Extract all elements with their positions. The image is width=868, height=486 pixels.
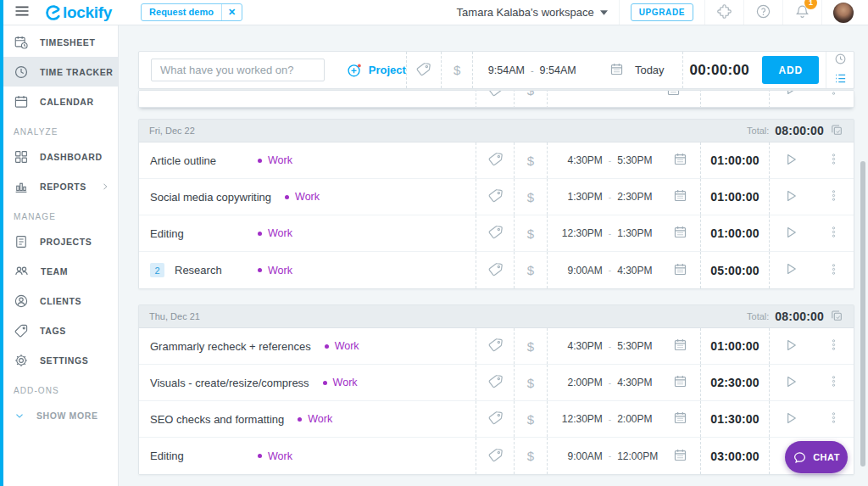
billable-button[interactable]: $ xyxy=(527,263,534,277)
help-button[interactable] xyxy=(755,3,771,22)
sidebar-item-dashboard[interactable]: DASHBOARD xyxy=(0,142,118,171)
billable-button[interactable]: $ xyxy=(453,63,460,77)
entry-end-time[interactable]: 12:00PM xyxy=(617,450,663,462)
clockify-logo[interactable]: lockify xyxy=(45,3,112,22)
tag-button[interactable] xyxy=(487,224,504,243)
entry-description[interactable]: Editing xyxy=(150,227,184,240)
entry-project[interactable]: Work xyxy=(298,413,332,425)
calendar-button[interactable] xyxy=(673,411,687,427)
calendar-button[interactable] xyxy=(609,62,624,79)
billable-button[interactable]: $ xyxy=(527,190,534,204)
entry-menu-button[interactable] xyxy=(827,375,840,390)
entry-project[interactable]: Work xyxy=(258,154,292,166)
entry-menu-button[interactable] xyxy=(827,189,840,204)
entry-duration[interactable]: 01:00:00 xyxy=(700,215,769,251)
entry-description[interactable]: Editing xyxy=(150,450,184,462)
entry-duration[interactable]: 01:00:00 xyxy=(700,328,769,364)
manual-mode-button[interactable] xyxy=(834,72,847,87)
entry-description[interactable]: SEO checks and formatting xyxy=(150,413,284,426)
entry-count-badge[interactable]: 2 xyxy=(150,263,164,277)
billable-button[interactable]: $ xyxy=(527,154,534,168)
entry-project[interactable]: Work xyxy=(258,265,292,277)
entry-end-time[interactable]: 4:30PM xyxy=(617,265,663,277)
sidebar-item-calendar[interactable]: CALENDAR xyxy=(0,87,118,116)
billable-button[interactable]: $ xyxy=(527,412,534,427)
tag-button[interactable] xyxy=(487,151,504,170)
add-time-button[interactable]: ADD xyxy=(762,56,819,84)
hamburger-menu-button[interactable] xyxy=(14,3,31,22)
entry-duration[interactable]: 05:00:00 xyxy=(700,252,769,288)
sidebar-item-tags[interactable]: TAGS xyxy=(0,316,118,345)
entry-end-time[interactable]: 2:00PM xyxy=(617,413,663,425)
tag-button[interactable] xyxy=(487,373,504,392)
continue-entry-button[interactable] xyxy=(783,90,798,99)
tag-button[interactable] xyxy=(487,261,504,280)
calendar-button[interactable] xyxy=(673,188,687,205)
entry-menu-button[interactable] xyxy=(827,338,840,354)
description-input[interactable] xyxy=(151,59,325,81)
entry-project[interactable]: Work xyxy=(325,340,359,352)
sidebar-item-timesheet[interactable]: TIMESHEET xyxy=(0,27,118,57)
upgrade-button[interactable]: UPGRADE xyxy=(631,3,693,21)
workspace-switcher[interactable]: Tamara Kalaba's workspace xyxy=(446,0,619,25)
sidebar-item-clients[interactable]: CLIENTS xyxy=(0,286,118,316)
sidebar-item-reports[interactable]: REPORTS xyxy=(0,171,118,201)
entry-duration[interactable]: 01:30:00 xyxy=(700,401,769,437)
entry-duration[interactable]: 02:30:00 xyxy=(700,365,769,400)
entry-description[interactable]: Visuals - create/resize/compress xyxy=(150,377,309,389)
entry-project[interactable]: Work xyxy=(258,227,292,239)
entry-start-time[interactable]: 12:30PM xyxy=(560,413,603,425)
entry-end-time[interactable]: 5:30PM xyxy=(617,340,663,352)
entry-start-time[interactable]: 9:00AM xyxy=(560,450,603,462)
continue-entry-button[interactable] xyxy=(783,188,798,206)
entry-start-time[interactable]: 4:30PM xyxy=(560,154,603,166)
avatar[interactable] xyxy=(833,3,854,23)
calendar-button[interactable] xyxy=(666,90,681,99)
entry-start-time[interactable]: 2:00PM xyxy=(560,377,603,388)
sidebar-item-team[interactable]: TEAM xyxy=(0,256,118,286)
entry-end-time[interactable]: 1:30PM xyxy=(617,227,663,239)
entry-duration[interactable]: 01:00:00 xyxy=(700,142,769,178)
entry-end-time[interactable]: 4:30PM xyxy=(617,377,663,388)
continue-entry-button[interactable] xyxy=(783,225,798,243)
entry-menu-button[interactable] xyxy=(827,90,840,98)
calendar-button[interactable] xyxy=(673,448,687,465)
entry-description[interactable]: Article outline xyxy=(150,154,216,167)
entry-menu-button[interactable] xyxy=(827,226,840,241)
calendar-button[interactable] xyxy=(673,152,687,169)
continue-entry-button[interactable] xyxy=(783,411,798,428)
entry-project[interactable]: Work xyxy=(323,377,358,388)
sidebar-item-projects[interactable]: PROJECTS xyxy=(0,226,118,256)
entry-description[interactable]: Research xyxy=(175,264,222,277)
continue-entry-button[interactable] xyxy=(783,152,798,170)
tag-button[interactable] xyxy=(415,61,431,80)
chat-button[interactable]: CHAT xyxy=(785,441,848,473)
sidebar-item-show-more[interactable]: SHOW MORE xyxy=(0,400,118,430)
billable-button[interactable]: $ xyxy=(527,90,534,98)
calendar-button[interactable] xyxy=(673,225,687,242)
entry-menu-button[interactable] xyxy=(827,263,840,278)
request-demo-button[interactable]: Request demo xyxy=(142,4,221,20)
duplicate-day-button[interactable] xyxy=(830,123,843,139)
entry-duration[interactable] xyxy=(700,90,769,108)
sidebar-item-time-tracker[interactable]: TIME TRACKER xyxy=(0,57,118,87)
notifications-button[interactable]: 1 xyxy=(794,3,810,22)
tag-button[interactable] xyxy=(487,187,504,206)
entry-duration[interactable]: 01:00:00 xyxy=(700,179,769,215)
entry-project[interactable]: Work xyxy=(285,191,320,203)
tag-button[interactable] xyxy=(487,410,504,428)
billable-button[interactable]: $ xyxy=(527,339,534,354)
entry-menu-button[interactable] xyxy=(827,411,840,427)
billable-button[interactable]: $ xyxy=(527,226,534,241)
entry-end-time[interactable]: 5:30PM xyxy=(617,154,663,166)
entry-menu-button[interactable] xyxy=(827,153,840,168)
tag-button[interactable] xyxy=(487,447,504,466)
duplicate-day-button[interactable] xyxy=(830,309,843,325)
calendar-button[interactable] xyxy=(673,374,687,391)
entry-start-time[interactable]: 12:30PM xyxy=(560,227,603,239)
entry-end-time[interactable]: 2:30PM xyxy=(617,191,663,203)
request-demo-close-button[interactable]: ✕ xyxy=(221,4,242,20)
entry-description[interactable]: Social media copywriting xyxy=(150,191,271,204)
entry-project[interactable]: Work xyxy=(258,450,292,462)
sidebar-item-settings[interactable]: SETTINGS xyxy=(0,345,118,375)
